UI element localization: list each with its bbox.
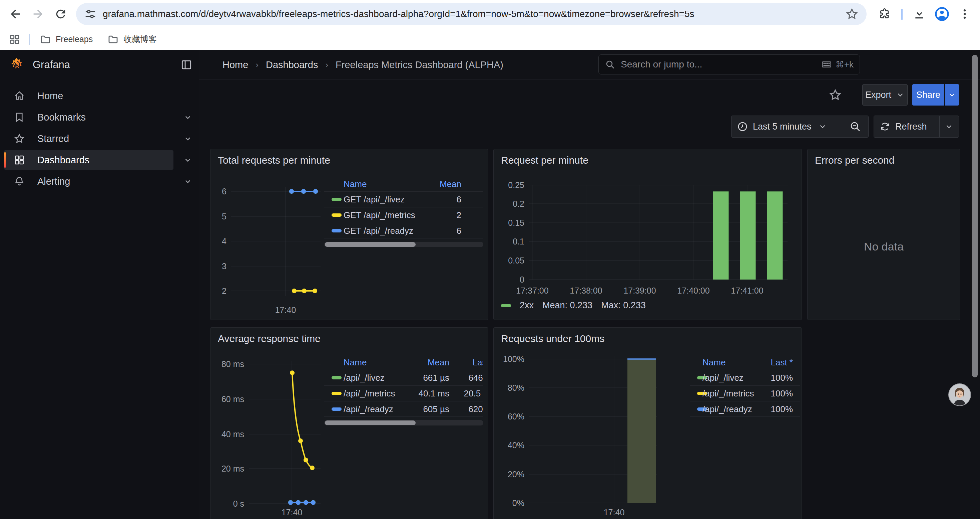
- sidebar-item-dashboards[interactable]: Dashboards: [4, 150, 173, 170]
- legend-scrollbar[interactable]: [324, 242, 483, 247]
- share-button[interactable]: Share: [912, 84, 944, 105]
- legend-row[interactable]: /api/_/livez661 µs646 µs: [324, 370, 483, 385]
- legend-row[interactable]: /api/_/metrics100%: [690, 385, 800, 401]
- panel-average-response-time[interactable]: Average response time 80 ms60 ms40 ms20 …: [210, 327, 488, 519]
- chevron-down-icon: [945, 122, 953, 131]
- chevron-down-icon[interactable]: [183, 155, 193, 165]
- sidebar-item-home[interactable]: Home: [4, 86, 173, 105]
- legend-row[interactable]: GET /api/_/metrics2: [324, 207, 483, 223]
- chevron-down-icon[interactable]: [183, 134, 193, 144]
- panel-errors-per-second[interactable]: Errors per second No data: [807, 149, 960, 320]
- legend-row[interactable]: /api/_/readyz100%: [690, 401, 800, 417]
- series-name: /api/_/livez: [344, 373, 385, 383]
- downloads-icon[interactable]: [911, 6, 927, 22]
- legend-column-header[interactable]: Name: [344, 357, 367, 368]
- legend-row[interactable]: /api/_/metrics40.1 ms20.5 ms: [324, 385, 483, 401]
- bookmark-folder-label: Freeleaps: [56, 34, 93, 44]
- legend-header: NameMean: [324, 177, 483, 192]
- forward-button[interactable]: [30, 6, 46, 22]
- breadcrumb-home[interactable]: Home: [223, 59, 248, 70]
- legend-column-header[interactable]: Last *: [771, 357, 793, 368]
- series-color-chip: [332, 376, 342, 379]
- breadcrumb-current: Freeleaps Metrics Dashboard (ALPHA): [336, 59, 503, 70]
- series-color-chip: [332, 198, 342, 201]
- clock-icon: [737, 121, 748, 132]
- home-icon: [13, 90, 25, 102]
- legend-column-header[interactable]: Mean: [428, 357, 449, 368]
- panel-request-per-minute[interactable]: Request per minute 0.250.20.150.10.05017…: [493, 149, 802, 320]
- share-menu-button[interactable]: [945, 84, 959, 105]
- no-data-message: No data: [808, 240, 960, 253]
- browser-toolbar: grafana.mathmast.com/d/deytv4rwavabkb/fr…: [0, 0, 980, 29]
- zoom-out-icon[interactable]: [849, 120, 862, 133]
- svg-text:80 ms: 80 ms: [221, 359, 244, 369]
- legend-scrollbar[interactable]: [324, 420, 483, 425]
- chevron-down-icon: [948, 91, 956, 99]
- reload-button[interactable]: [53, 6, 69, 22]
- bookmark-folder-freeleaps[interactable]: Freeleaps: [40, 34, 93, 45]
- address-bar[interactable]: grafana.mathmast.com/d/deytv4rwavabkb/fr…: [76, 3, 867, 25]
- svg-text:60 ms: 60 ms: [221, 394, 244, 404]
- legend-column-header[interactable]: Last *: [473, 357, 484, 368]
- panel-title[interactable]: Errors per second: [815, 155, 894, 166]
- sidebar-item-starred[interactable]: Starred: [4, 129, 173, 148]
- legend-row[interactable]: GET /api/_/readyz6: [324, 223, 483, 238]
- bar-chart[interactable]: 0.250.20.150.10.05017:37:0017:38:0017:39…: [494, 149, 802, 320]
- grafana-logo[interactable]: [10, 57, 24, 72]
- breadcrumb-dashboards[interactable]: Dashboards: [266, 59, 318, 70]
- time-range-picker[interactable]: Last 5 minutes: [731, 115, 869, 137]
- export-button[interactable]: Export: [862, 84, 908, 105]
- legend-column-header[interactable]: Mean: [440, 179, 461, 189]
- svg-text:17:40: 17:40: [604, 508, 625, 517]
- legend-row[interactable]: GET /api/_/livez6: [324, 192, 483, 207]
- legend-column-header[interactable]: Name: [344, 179, 367, 189]
- bell-icon: [13, 175, 25, 187]
- refresh-button[interactable]: Refresh: [873, 115, 959, 137]
- toolbar-divider: [856, 85, 856, 105]
- svg-text:17:38:00: 17:38:00: [570, 286, 602, 295]
- search-input[interactable]: Search or jump to... ⌘+k: [598, 54, 860, 75]
- bookmark-folder-blogs[interactable]: 收藏博客: [107, 34, 157, 45]
- series-value: 6: [457, 225, 461, 236]
- panel-requests-under-100ms[interactable]: Requests under 100ms 100%80%60%40%20%0%1…: [493, 327, 802, 519]
- export-label: Export: [865, 90, 891, 100]
- browser-menu-icon[interactable]: [957, 6, 973, 22]
- breadcrumb: Home › Dashboards › Freeleaps Metrics Da…: [223, 50, 503, 80]
- legend-item-2xx[interactable]: 2xx Mean: 0.233 Max: 0.233: [501, 300, 646, 311]
- bookmark-icon: [13, 111, 25, 123]
- apps-grid-icon[interactable]: [9, 34, 21, 45]
- series-color-chip: [332, 229, 342, 232]
- panel-total-requests[interactable]: Total requests per minute 6543217:40 Nam…: [210, 149, 488, 320]
- legend-scrollbar-thumb[interactable]: [325, 242, 415, 247]
- chevron-down-icon[interactable]: [183, 176, 193, 186]
- extensions-icon[interactable]: [877, 6, 892, 22]
- url-text[interactable]: grafana.mathmast.com/d/deytv4rwavabkb/fr…: [103, 9, 845, 19]
- favorite-star-icon[interactable]: [827, 87, 843, 103]
- svg-text:3: 3: [222, 262, 226, 271]
- toolbar-divider: [901, 9, 903, 20]
- series-value: 2: [457, 210, 461, 220]
- bookmark-star-icon[interactable]: [845, 7, 859, 21]
- series-value: 40.1 ms: [418, 388, 450, 399]
- bookmark-folder-label: 收藏博客: [123, 34, 157, 45]
- refresh-interval-menu[interactable]: [945, 122, 953, 131]
- chevron-down-icon[interactable]: [183, 112, 193, 122]
- tune-icon[interactable]: [84, 8, 97, 21]
- profile-avatar[interactable]: [934, 6, 950, 22]
- page-scrollbar[interactable]: [972, 55, 978, 377]
- assistant-floating-avatar[interactable]: [948, 383, 971, 406]
- refresh-icon: [879, 121, 891, 132]
- legend-row[interactable]: /api/_/readyz605 µs620 µs: [324, 401, 483, 417]
- legend-row[interactable]: /api/_/livez100%: [690, 370, 800, 385]
- sidebar-item-bookmarks[interactable]: Bookmarks: [4, 107, 173, 127]
- back-button[interactable]: [7, 6, 23, 22]
- dock-menu-icon[interactable]: [180, 58, 193, 71]
- legend-column-header[interactable]: Name: [703, 357, 725, 368]
- sidebar-item-alerting[interactable]: Alerting: [4, 172, 173, 191]
- legend-scrollbar-thumb[interactable]: [325, 420, 415, 425]
- series-name: GET /api/_/metrics: [344, 210, 415, 220]
- svg-text:80%: 80%: [508, 383, 524, 393]
- grafana-app: Grafana Home Bookmarks: [0, 50, 980, 519]
- series-value: 100%: [771, 373, 793, 383]
- svg-text:4: 4: [222, 236, 226, 246]
